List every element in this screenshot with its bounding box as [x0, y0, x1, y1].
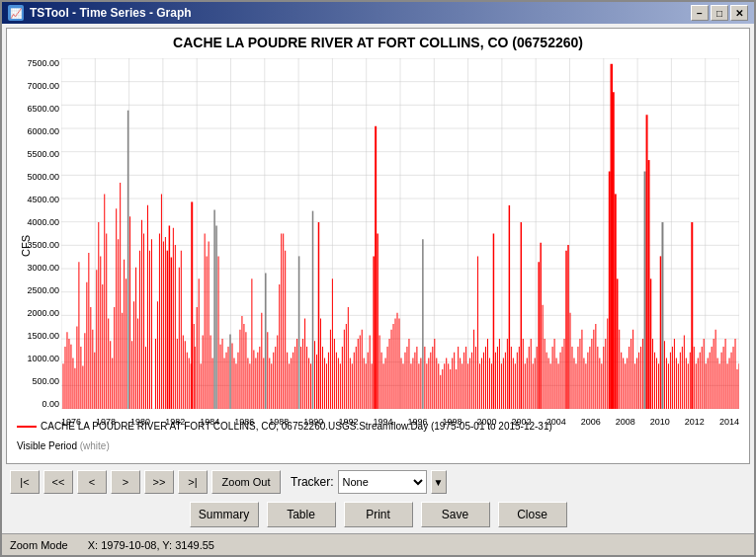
table-button[interactable]: Table: [267, 502, 336, 527]
tracker-select[interactable]: None Nearest: [338, 470, 427, 494]
y-tick-7500: 7500.00: [27, 58, 59, 68]
summary-button[interactable]: Summary: [190, 502, 259, 527]
y-tick-2500: 2500.00: [27, 285, 59, 295]
zoom-out-button[interactable]: Zoom Out: [211, 470, 281, 494]
y-tick-5000: 5000.00: [27, 172, 59, 182]
close-button[interactable]: Close: [498, 502, 567, 527]
y-tick-4500: 4500.00: [27, 195, 59, 204]
y-tick-6500: 6500.00: [27, 104, 59, 114]
legend-item: CACHE LA POUDRE RIVER AT FORT COLLINS, C…: [17, 421, 739, 432]
nav-first-button[interactable]: |<: [10, 470, 40, 494]
y-tick-2000: 2000.00: [27, 308, 59, 318]
chart-title: CACHE LA POUDRE RIVER AT FORT COLLINS, C…: [7, 29, 749, 50]
zoom-mode-label: Zoom Mode: [10, 539, 68, 551]
print-button[interactable]: Print: [344, 502, 413, 527]
chart-area: CACHE LA POUDRE RIVER AT FORT COLLINS, C…: [6, 28, 750, 464]
save-button[interactable]: Save: [421, 502, 490, 527]
maximize-button[interactable]: □: [711, 5, 728, 21]
y-tick-6000: 6000.00: [27, 126, 59, 136]
y-tick-4000: 4000.00: [27, 217, 59, 227]
legend-text: CACHE LA POUDRE RIVER AT FORT COLLINS, C…: [41, 421, 552, 432]
action-buttons-row: Summary Table Print Save Close: [6, 500, 750, 529]
legend-area: CACHE LA POUDRE RIVER AT FORT COLLINS, C…: [17, 421, 739, 432]
y-tick-3000: 3000.00: [27, 263, 59, 273]
visible-period-note: (white): [80, 440, 110, 451]
nav-prev-prev-button[interactable]: <<: [43, 470, 73, 494]
title-bar-buttons: − □ ✕: [691, 5, 748, 21]
app-icon: 📈: [8, 5, 24, 21]
content-area: CACHE LA POUDRE RIVER AT FORT COLLINS, C…: [2, 24, 754, 533]
chart-svg: [61, 58, 739, 409]
visible-period-label: Visible Period: [17, 440, 77, 451]
y-tick-5500: 5500.00: [27, 149, 59, 159]
y-tick-labels: 7500.00 7000.00 6500.00 6000.00 5500.00 …: [12, 58, 59, 409]
main-window: 📈 TSTool - Time Series - Graph − □ ✕ CAC…: [0, 0, 756, 557]
nav-last-button[interactable]: >|: [178, 470, 208, 494]
y-tick-0: 0.00: [42, 399, 59, 409]
visible-period: Visible Period (white): [17, 440, 110, 451]
y-tick-1500: 1500.00: [27, 331, 59, 341]
chart-plot: 7500.00 7000.00 6500.00 6000.00 5500.00 …: [61, 58, 739, 409]
title-bar: 📈 TSTool - Time Series - Graph − □ ✕: [2, 2, 754, 24]
tracker-label: Tracker:: [291, 475, 334, 489]
legend-line-icon: [17, 426, 37, 428]
y-tick-1000: 1000.00: [27, 354, 59, 363]
nav-controls-row: |< << < > >> >| Zoom Out Tracker: None N…: [6, 468, 750, 496]
y-tick-500: 500.00: [32, 376, 59, 386]
window-title: TSTool - Time Series - Graph: [30, 6, 192, 20]
y-tick-3500: 3500.00: [27, 240, 59, 250]
minimize-button[interactable]: −: [691, 5, 709, 21]
title-bar-text: 📈 TSTool - Time Series - Graph: [8, 5, 192, 21]
tracker-dropdown-icon[interactable]: ▼: [431, 470, 447, 494]
status-bar: Zoom Mode X: 1979-10-08, Y: 3149.55: [2, 533, 754, 555]
close-window-button[interactable]: ✕: [730, 5, 748, 21]
nav-next-button[interactable]: >: [111, 470, 140, 494]
nav-prev-button[interactable]: <: [77, 470, 107, 494]
coordinates-display: X: 1979-10-08, Y: 3149.55: [88, 539, 214, 551]
y-tick-7000: 7000.00: [27, 81, 59, 91]
nav-next-next-button[interactable]: >>: [144, 470, 174, 494]
